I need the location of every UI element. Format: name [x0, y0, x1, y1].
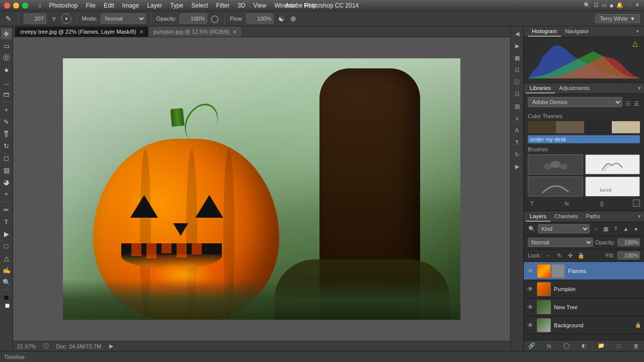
adjustments-btn[interactable]: ▩ [512, 52, 523, 63]
timeline-label[interactable]: Timeline [4, 354, 25, 360]
notification-icon[interactable]: 🔔 [616, 2, 623, 9]
lock-image-icon[interactable]: ✎ [555, 251, 563, 259]
triangle-tool[interactable]: △ [1, 252, 12, 263]
link-layers-icon[interactable]: 🔗 [528, 342, 536, 350]
layers-filter-icon[interactable]: 🔍 [528, 225, 536, 233]
airbrush-icon[interactable]: ☯ [277, 14, 286, 23]
layers-filter-select[interactable]: Kind [538, 224, 590, 233]
filter-smart-icon[interactable]: ● [632, 225, 640, 233]
shape-tool[interactable]: □ [1, 240, 12, 251]
tab-navigator[interactable]: Navigator [561, 27, 593, 37]
healing-tool[interactable]: + [1, 104, 12, 115]
tab-libraries[interactable]: Libraries [526, 83, 555, 94]
tab-close-1[interactable]: ✕ [139, 29, 143, 35]
arrange-btn[interactable]: ▧ [512, 101, 523, 112]
path-select-tool[interactable]: ▶ [1, 228, 12, 239]
filter-adj-icon[interactable]: ▦ [602, 225, 610, 233]
move-tool[interactable]: ✥ [1, 28, 12, 39]
char-btn[interactable]: A [512, 125, 523, 136]
lock-transparent-icon[interactable]: ▫ [544, 251, 552, 259]
blend-mode-select[interactable]: Normal [528, 238, 593, 247]
tab-histogram[interactable]: Histogram [528, 27, 561, 37]
menu-help[interactable]: Help [300, 2, 320, 10]
libraries-btn[interactable]: ☷ [512, 64, 523, 75]
maximize-button[interactable] [22, 3, 28, 9]
brush-thumb-4[interactable]: laced [585, 176, 640, 197]
marquee-tool[interactable]: ▭ [1, 40, 12, 51]
blur-tool[interactable]: ◕ [1, 176, 12, 188]
filter-shape-icon[interactable]: ▲ [622, 225, 630, 233]
action-btn[interactable]: ▶ [512, 161, 523, 172]
brush-tool-icon[interactable]: ✎ [4, 14, 13, 23]
tab-pumpkin[interactable]: pumpkin.jpg @ 12.5% (RGB/8) ✕ [148, 27, 242, 37]
history2-btn[interactable]: ↻ [512, 149, 523, 160]
flow-input[interactable] [246, 14, 274, 24]
menu-type[interactable]: Type [167, 2, 187, 10]
menu-3d[interactable]: 3D [234, 2, 249, 10]
layer-eye-newtree[interactable]: 👁 [527, 304, 534, 311]
minimize-button[interactable] [13, 3, 19, 9]
layer-row-flames[interactable]: 👁 Flames [524, 262, 644, 280]
search-icon[interactable]: 🔍 [584, 2, 591, 9]
tab-paths[interactable]: Paths [582, 212, 604, 222]
para-btn[interactable]: ¶ [512, 137, 523, 148]
menu-photoshop[interactable]: Photoshop [45, 2, 81, 10]
mini-bridge-icon[interactable]: ■ [610, 3, 613, 9]
zoom-tool[interactable]: 🔍 [1, 277, 12, 288]
swatch-2[interactable] [556, 121, 584, 133]
info-btn[interactable]: ⓘ [512, 76, 523, 87]
grid-btn[interactable]: ☷ [512, 88, 523, 100]
menu-image[interactable]: Image [119, 2, 142, 10]
histogram-collapse-icon[interactable]: ▼ [635, 29, 640, 34]
swatch-3[interactable] [584, 121, 612, 133]
filter-pixel-icon[interactable]: ▫ [592, 225, 600, 233]
history-btn[interactable]: ▶ [512, 40, 523, 51]
brush-preset-icon[interactable]: ● [61, 14, 71, 24]
brush-thumb-3[interactable] [528, 176, 583, 197]
user-menu[interactable]: Terry White ▼ [595, 14, 640, 23]
hand-tool[interactable]: ✍ [1, 264, 12, 276]
brush-color-icon[interactable] [633, 200, 640, 207]
screen-icon[interactable]: ▭ [602, 2, 607, 9]
eyedropper-tool[interactable]: 🗃 [1, 88, 12, 100]
menu-filter[interactable]: Filter [213, 2, 233, 10]
libraries-collapse-icon[interactable]: ▼ [637, 85, 642, 91]
layer-row-background[interactable]: 👁 Background 🔒 [524, 316, 644, 334]
tab-close-2[interactable]: ✕ [232, 29, 236, 35]
menu-window[interactable]: Window [271, 2, 299, 10]
gradient-tool[interactable]: ▨ [1, 164, 12, 175]
tab-channels[interactable]: Channels [550, 212, 582, 222]
menu-layer[interactable]: Layer [143, 2, 166, 10]
tab-creepy-tree[interactable]: creepy tree.jpg @ 22% (Flames, Layer Mas… [15, 27, 148, 37]
canvas-wrapper[interactable] [13, 37, 510, 341]
crop-tool[interactable]: ⎵ [1, 76, 12, 87]
fx-btn[interactable]: ≥ [512, 113, 523, 124]
history-tool[interactable]: ↻ [1, 140, 12, 151]
add-adjustment-icon[interactable]: ◐ [580, 342, 588, 350]
quick-select-tool[interactable]: ★ [1, 64, 12, 75]
menu-edit[interactable]: Edit [100, 2, 118, 10]
menu-select[interactable]: Select [188, 2, 211, 10]
add-layer-icon[interactable]: □ [615, 342, 623, 350]
add-group-icon[interactable]: 📁 [597, 342, 605, 350]
layer-row-newtree[interactable]: 👁 New Tree [524, 298, 644, 316]
layer-eye-pumpkin[interactable]: 👁 [527, 286, 534, 293]
menu-file[interactable]: File [83, 2, 99, 10]
libraries-dropdown[interactable]: Adobe Demos [528, 97, 622, 107]
tab-adjustments[interactable]: Adjustments [555, 83, 594, 94]
swatch-1[interactable] [528, 121, 556, 133]
more-icon[interactable]: ⋯ [626, 2, 632, 9]
menu-view[interactable]: View [250, 2, 270, 10]
eraser-tool[interactable]: ◻ [1, 152, 12, 163]
brush-code-icon[interactable]: {} [598, 200, 606, 208]
brush-size-input[interactable] [24, 14, 46, 24]
pen-tool[interactable]: ✏ [1, 204, 12, 215]
brush-options-icon[interactable]: ▿ [49, 14, 58, 23]
close-button[interactable] [4, 3, 10, 9]
mode-select[interactable]: Normal [101, 14, 146, 24]
brush-thumb-1[interactable] [528, 154, 583, 174]
brush-fx-icon[interactable]: fx [563, 200, 571, 208]
opacity-value[interactable] [617, 238, 640, 246]
opacity-toggle-icon[interactable]: ◯ [210, 14, 219, 23]
libraries-grid-icon[interactable]: ☷ [624, 100, 631, 108]
